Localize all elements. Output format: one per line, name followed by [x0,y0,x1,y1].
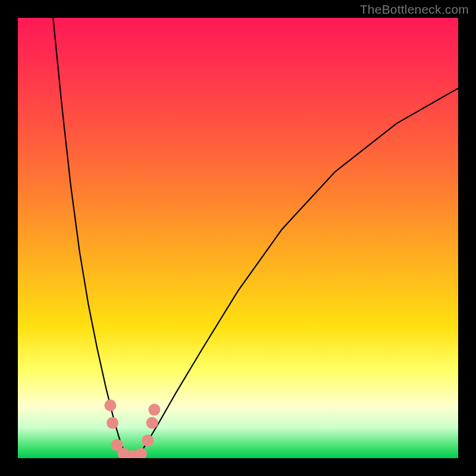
highlight-dot [146,417,158,429]
highlight-dot [135,448,147,458]
bottleneck-curve [18,18,458,458]
highlight-dot [142,434,154,446]
curve-path [53,18,458,458]
chart-frame: TheBottleneck.com [0,0,476,476]
watermark-text: TheBottleneck.com [360,2,469,17]
highlight-dot [107,417,118,429]
highlight-dot [148,404,160,416]
plot-area [18,18,458,458]
highlight-dot [104,399,116,411]
highlight-dots [104,399,160,458]
